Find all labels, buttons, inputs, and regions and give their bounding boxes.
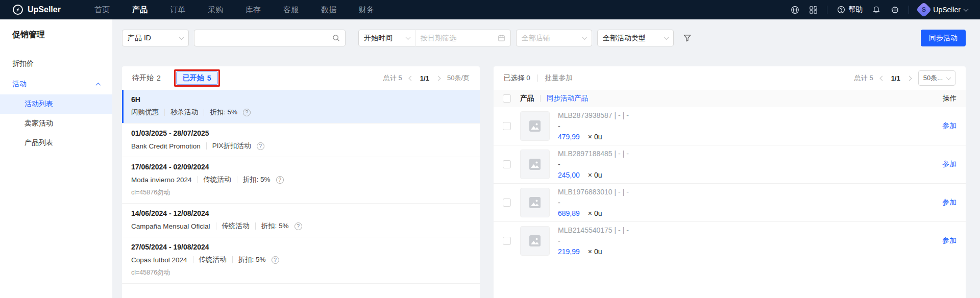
globe-icon[interactable] <box>790 5 799 14</box>
activity-type-select[interactable]: 全部活动类型 <box>597 30 674 46</box>
row-checkbox[interactable] <box>503 160 511 168</box>
activity-list-item[interactable]: 14/06/2024 - 12/08/2024 Campaña Mensual … <box>122 204 480 237</box>
chevron-up-icon <box>96 82 101 87</box>
join-button[interactable]: 参加 <box>942 236 957 245</box>
prev-page-button[interactable] <box>408 76 414 81</box>
chevron-down-icon <box>179 35 184 40</box>
date-range-input[interactable]: 按日期筛选 <box>415 30 510 46</box>
nav-item-客服[interactable]: 客服 <box>283 5 299 15</box>
product-id-line: MLB2873938587 | - | - <box>558 111 629 119</box>
sidebar-item-product-list[interactable]: 产品列表 <box>0 133 112 153</box>
activity-note: cl=45876勿动 <box>131 268 471 277</box>
activity-list-item[interactable]: 17/06/2024 - 02/09/2024 Moda invierno 20… <box>122 157 480 204</box>
search-icon <box>332 34 340 42</box>
product-id-line: MLB2897188485 | - | - <box>558 150 629 158</box>
brand-logo[interactable]: UpSeller <box>12 4 61 15</box>
nav-item-订单[interactable]: 订单 <box>170 5 185 15</box>
nav-item-库存[interactable]: 库存 <box>246 5 261 15</box>
activity-tag: 秒杀活动 <box>170 108 198 117</box>
row-checkbox[interactable] <box>503 237 511 245</box>
product-price: 479,99 <box>558 133 580 141</box>
prev-page-button[interactable] <box>879 76 885 81</box>
filter-funnel-icon[interactable] <box>683 34 692 42</box>
apps-grid-icon[interactable] <box>808 5 818 14</box>
product-thumbnail <box>520 150 550 179</box>
sync-activity-products-link[interactable]: 同步活动产品 <box>547 94 588 103</box>
top-navbar: UpSeller 首页产品订单采购库存客服数据财务 帮助 S UpSeller <box>0 0 980 19</box>
user-menu[interactable]: S UpSeller <box>918 4 968 15</box>
column-action: 操作 <box>943 94 957 103</box>
product-info: MLB1976883010 | - | - - 689,89 × 0u <box>558 188 629 217</box>
tab-started[interactable]: 已开始5 <box>176 71 218 85</box>
product-price-line: 219,99 × 0u <box>558 247 629 256</box>
divider <box>237 176 237 183</box>
join-button[interactable]: 参加 <box>942 198 957 207</box>
product-panel-header: 已选择 0 批量参加 总计 5 1/1 50条... <box>494 66 966 90</box>
product-price-line: 689,89 × 0u <box>558 209 629 217</box>
divider <box>232 256 233 263</box>
divider <box>216 222 216 230</box>
sync-activity-button[interactable]: 同步活动 <box>921 30 966 46</box>
activity-list-item[interactable]: 6H 闪购优惠秒杀活动折扣: 5%? <box>122 90 480 123</box>
activity-tag: Campaña Mensual Oficial <box>131 222 210 230</box>
help-button[interactable]: 帮助 <box>837 5 863 14</box>
nav-item-财务[interactable]: 财务 <box>359 5 374 15</box>
sidebar-item-seller-activity[interactable]: 卖家活动 <box>0 114 112 133</box>
product-row: MLB1976883010 | - | - - 689,89 × 0u 参加 <box>494 184 966 222</box>
product-quantity: × 0u <box>588 171 602 179</box>
sidebar-item-discount[interactable]: 折扣价 <box>0 54 112 74</box>
gear-icon[interactable] <box>890 5 899 14</box>
bulk-join-button[interactable]: 批量参加 <box>545 73 573 83</box>
nav-item-数据[interactable]: 数据 <box>321 5 336 15</box>
search-input[interactable] <box>194 30 346 46</box>
image-placeholder-icon <box>528 234 542 247</box>
sidebar-item-activity[interactable]: 活动 <box>0 74 112 94</box>
tab-pending[interactable]: 待开始2 <box>132 73 161 83</box>
total-count: 总计 5 <box>383 73 402 83</box>
help-circle-icon[interactable]: ? <box>243 109 251 116</box>
product-variant: - <box>558 198 629 207</box>
join-button[interactable]: 参加 <box>942 121 957 131</box>
avatar: S <box>916 2 932 17</box>
join-button[interactable]: 参加 <box>942 160 957 169</box>
shop-filter-select[interactable]: 全部店铺 <box>516 30 592 46</box>
activity-list-item[interactable]: 01/03/2025 - 28/07/2025 Bank Credit Prom… <box>122 123 480 157</box>
help-circle-icon[interactable]: ? <box>257 142 264 150</box>
page-indicator: 1/1 <box>420 74 429 82</box>
page-size-select[interactable]: 50条... <box>918 70 955 86</box>
page-size-label[interactable]: 50条/页 <box>447 73 470 83</box>
help-circle-icon[interactable]: ? <box>276 176 284 184</box>
help-circle-icon[interactable]: ? <box>295 222 302 230</box>
activity-list-item[interactable]: 27/05/2024 - 19/08/2024 Copas futbol 202… <box>122 237 480 284</box>
sidebar-item-activity-list[interactable]: 活动列表 <box>0 94 112 114</box>
nav-item-采购[interactable]: 采购 <box>208 5 223 15</box>
activity-tags: 闪购优惠秒杀活动折扣: 5%? <box>131 108 471 117</box>
chevron-down-icon <box>946 75 951 80</box>
date-filter-group: 开始时间 按日期筛选 <box>358 30 511 46</box>
product-list: MLB2873938587 | - | - - 479,99 × 0u 参加 M… <box>494 107 966 260</box>
nav-item-产品[interactable]: 产品 <box>132 5 148 15</box>
nav-item-首页[interactable]: 首页 <box>94 5 110 15</box>
row-checkbox[interactable] <box>503 122 511 130</box>
product-price: 245,00 <box>558 171 580 179</box>
product-id-select[interactable]: 产品 ID <box>122 30 189 46</box>
activity-title: 27/05/2024 - 19/08/2024 <box>131 243 471 251</box>
nav-divider <box>827 6 827 14</box>
bell-icon[interactable] <box>872 5 881 14</box>
next-page-button[interactable] <box>435 76 441 81</box>
activity-tag: 传统活动 <box>222 221 250 231</box>
activity-tag: 传统活动 <box>204 175 231 184</box>
filter-bar: 产品 ID 开始时间 按日期筛选 <box>122 30 966 46</box>
activity-title: 17/06/2024 - 02/09/2024 <box>131 163 471 171</box>
total-count: 总计 5 <box>854 73 873 83</box>
divider <box>198 176 198 183</box>
help-circle-icon[interactable]: ? <box>272 256 279 264</box>
product-thumbnail <box>520 226 550 256</box>
select-all-checkbox[interactable] <box>503 94 511 103</box>
row-checkbox[interactable] <box>503 198 511 207</box>
next-page-button[interactable] <box>906 76 912 81</box>
product-variant: - <box>558 237 629 245</box>
column-product: 产品 <box>520 94 534 103</box>
activity-title: 01/03/2025 - 28/07/2025 <box>131 129 471 137</box>
start-time-select[interactable]: 开始时间 <box>359 30 415 46</box>
